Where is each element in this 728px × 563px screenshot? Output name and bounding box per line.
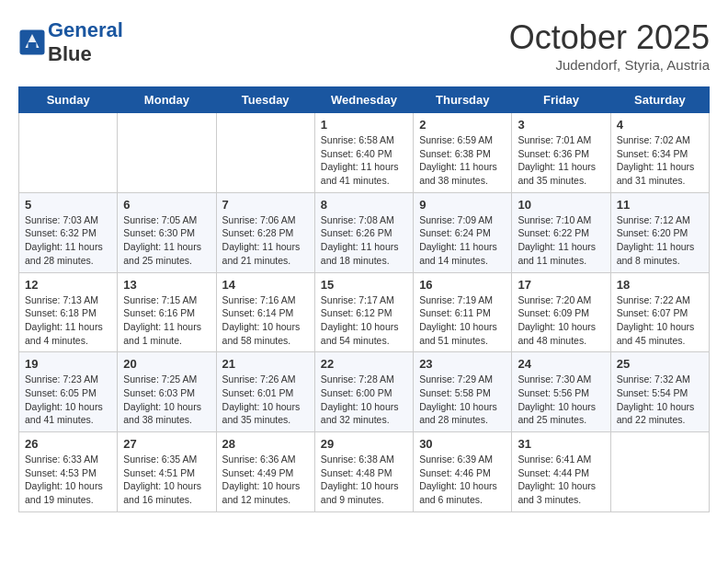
day-number: 6 (123, 198, 210, 212)
day-number: 14 (222, 278, 309, 292)
day-cell: 19Sunrise: 7:23 AM Sunset: 6:05 PM Dayli… (19, 352, 118, 432)
day-number: 22 (321, 357, 407, 371)
location: Judendorf, Styria, Austria (509, 57, 710, 73)
day-cell: 23Sunrise: 7:29 AM Sunset: 5:58 PM Dayli… (414, 352, 512, 432)
weekday-friday: Friday (512, 87, 610, 113)
calendar-header: SundayMondayTuesdayWednesdayThursdayFrid… (19, 87, 710, 113)
day-info: Sunrise: 7:19 AM Sunset: 6:11 PM Dayligh… (419, 293, 506, 348)
week-row-1: 1Sunrise: 6:58 AM Sunset: 6:40 PM Daylig… (19, 113, 710, 193)
day-number: 12 (25, 278, 111, 292)
day-info: Sunrise: 7:10 AM Sunset: 6:22 PM Dayligh… (518, 213, 604, 268)
day-cell: 24Sunrise: 7:30 AM Sunset: 5:56 PM Dayli… (512, 352, 610, 432)
logo-line1: General (48, 18, 123, 41)
day-cell: 31Sunrise: 6:41 AM Sunset: 4:44 PM Dayli… (512, 432, 610, 512)
day-cell: 10Sunrise: 7:10 AM Sunset: 6:22 PM Dayli… (512, 192, 610, 272)
day-number: 5 (25, 198, 111, 212)
weekday-monday: Monday (118, 87, 216, 113)
day-cell: 29Sunrise: 6:38 AM Sunset: 4:48 PM Dayli… (314, 432, 413, 512)
day-number: 9 (419, 198, 506, 212)
day-cell: 11Sunrise: 7:12 AM Sunset: 6:20 PM Dayli… (610, 192, 709, 272)
calendar-body: 1Sunrise: 6:58 AM Sunset: 6:40 PM Daylig… (19, 113, 710, 512)
logo-icon (18, 29, 46, 56)
day-cell: 8Sunrise: 7:08 AM Sunset: 6:26 PM Daylig… (314, 192, 413, 272)
day-info: Sunrise: 7:09 AM Sunset: 6:24 PM Dayligh… (419, 213, 506, 268)
day-number: 21 (222, 357, 309, 371)
day-cell: 21Sunrise: 7:26 AM Sunset: 6:01 PM Dayli… (216, 352, 314, 432)
day-number: 2 (419, 118, 506, 132)
day-info: Sunrise: 7:32 AM Sunset: 5:54 PM Dayligh… (617, 373, 703, 427)
week-row-5: 26Sunrise: 6:33 AM Sunset: 4:53 PM Dayli… (19, 432, 710, 512)
day-info: Sunrise: 7:08 AM Sunset: 6:26 PM Dayligh… (321, 213, 407, 268)
day-number: 28 (222, 437, 309, 451)
day-info: Sunrise: 7:29 AM Sunset: 5:58 PM Dayligh… (419, 373, 506, 427)
day-info: Sunrise: 7:28 AM Sunset: 6:00 PM Dayligh… (321, 373, 407, 427)
month-title: October 2025 (509, 18, 710, 57)
day-info: Sunrise: 7:12 AM Sunset: 6:20 PM Dayligh… (617, 213, 703, 268)
svg-rect-2 (28, 42, 37, 48)
logo-line2: Blue (48, 42, 123, 66)
weekday-tuesday: Tuesday (216, 87, 314, 113)
day-cell: 25Sunrise: 7:32 AM Sunset: 5:54 PM Dayli… (610, 352, 709, 432)
day-cell: 20Sunrise: 7:25 AM Sunset: 6:03 PM Dayli… (118, 352, 216, 432)
day-info: Sunrise: 7:25 AM Sunset: 6:03 PM Dayligh… (123, 373, 210, 427)
weekday-header-row: SundayMondayTuesdayWednesdayThursdayFrid… (19, 87, 710, 113)
day-number: 11 (617, 198, 703, 212)
day-number: 25 (617, 357, 703, 371)
day-cell: 7Sunrise: 7:06 AM Sunset: 6:28 PM Daylig… (216, 192, 314, 272)
day-number: 24 (518, 357, 604, 371)
day-info: Sunrise: 6:58 AM Sunset: 6:40 PM Dayligh… (321, 133, 407, 188)
day-cell (610, 432, 709, 512)
day-cell: 27Sunrise: 6:35 AM Sunset: 4:51 PM Dayli… (118, 432, 216, 512)
day-number: 13 (123, 278, 210, 292)
weekday-saturday: Saturday (610, 87, 709, 113)
day-info: Sunrise: 7:05 AM Sunset: 6:30 PM Dayligh… (123, 213, 210, 268)
logo-text: General Blue (48, 18, 123, 67)
week-row-3: 12Sunrise: 7:13 AM Sunset: 6:18 PM Dayli… (19, 272, 710, 352)
day-number: 18 (617, 278, 703, 292)
day-number: 23 (419, 357, 506, 371)
day-number: 20 (123, 357, 210, 371)
day-cell: 6Sunrise: 7:05 AM Sunset: 6:30 PM Daylig… (118, 192, 216, 272)
day-info: Sunrise: 7:02 AM Sunset: 6:34 PM Dayligh… (617, 133, 703, 188)
day-info: Sunrise: 7:17 AM Sunset: 6:12 PM Dayligh… (321, 293, 407, 348)
page-header: General Blue October 2025 Judendorf, Sty… (18, 18, 710, 73)
day-number: 7 (222, 198, 309, 212)
day-number: 27 (123, 437, 210, 451)
day-number: 19 (25, 357, 111, 371)
logo: General Blue (18, 18, 123, 67)
day-info: Sunrise: 6:33 AM Sunset: 4:53 PM Dayligh… (25, 453, 111, 507)
day-info: Sunrise: 7:23 AM Sunset: 6:05 PM Dayligh… (25, 373, 111, 427)
day-number: 26 (25, 437, 111, 451)
day-cell: 2Sunrise: 6:59 AM Sunset: 6:38 PM Daylig… (414, 113, 512, 193)
day-number: 30 (419, 437, 506, 451)
day-cell (19, 113, 118, 193)
week-row-2: 5Sunrise: 7:03 AM Sunset: 6:32 PM Daylig… (19, 192, 710, 272)
day-info: Sunrise: 6:41 AM Sunset: 4:44 PM Dayligh… (518, 453, 604, 507)
day-info: Sunrise: 6:36 AM Sunset: 4:49 PM Dayligh… (222, 453, 309, 507)
day-info: Sunrise: 7:01 AM Sunset: 6:36 PM Dayligh… (518, 133, 604, 188)
day-number: 31 (518, 437, 604, 451)
week-row-4: 19Sunrise: 7:23 AM Sunset: 6:05 PM Dayli… (19, 352, 710, 432)
day-info: Sunrise: 6:39 AM Sunset: 4:46 PM Dayligh… (419, 453, 506, 507)
day-info: Sunrise: 6:38 AM Sunset: 4:48 PM Dayligh… (321, 453, 407, 507)
day-cell: 22Sunrise: 7:28 AM Sunset: 6:00 PM Dayli… (314, 352, 413, 432)
day-info: Sunrise: 6:59 AM Sunset: 6:38 PM Dayligh… (419, 133, 506, 188)
day-number: 8 (321, 198, 407, 212)
day-info: Sunrise: 6:35 AM Sunset: 4:51 PM Dayligh… (123, 453, 210, 507)
day-number: 10 (518, 198, 604, 212)
weekday-sunday: Sunday (19, 87, 118, 113)
day-cell: 1Sunrise: 6:58 AM Sunset: 6:40 PM Daylig… (314, 113, 413, 193)
weekday-wednesday: Wednesday (314, 87, 413, 113)
day-cell: 12Sunrise: 7:13 AM Sunset: 6:18 PM Dayli… (19, 272, 118, 352)
day-number: 15 (321, 278, 407, 292)
day-cell: 18Sunrise: 7:22 AM Sunset: 6:07 PM Dayli… (610, 272, 709, 352)
day-cell: 4Sunrise: 7:02 AM Sunset: 6:34 PM Daylig… (610, 113, 709, 193)
day-info: Sunrise: 7:06 AM Sunset: 6:28 PM Dayligh… (222, 213, 309, 268)
day-number: 4 (617, 118, 703, 132)
day-info: Sunrise: 7:03 AM Sunset: 6:32 PM Dayligh… (25, 213, 111, 268)
day-cell: 28Sunrise: 6:36 AM Sunset: 4:49 PM Dayli… (216, 432, 314, 512)
day-cell: 15Sunrise: 7:17 AM Sunset: 6:12 PM Dayli… (314, 272, 413, 352)
calendar-table: SundayMondayTuesdayWednesdayThursdayFrid… (18, 86, 710, 512)
day-number: 3 (518, 118, 604, 132)
day-cell: 14Sunrise: 7:16 AM Sunset: 6:14 PM Dayli… (216, 272, 314, 352)
